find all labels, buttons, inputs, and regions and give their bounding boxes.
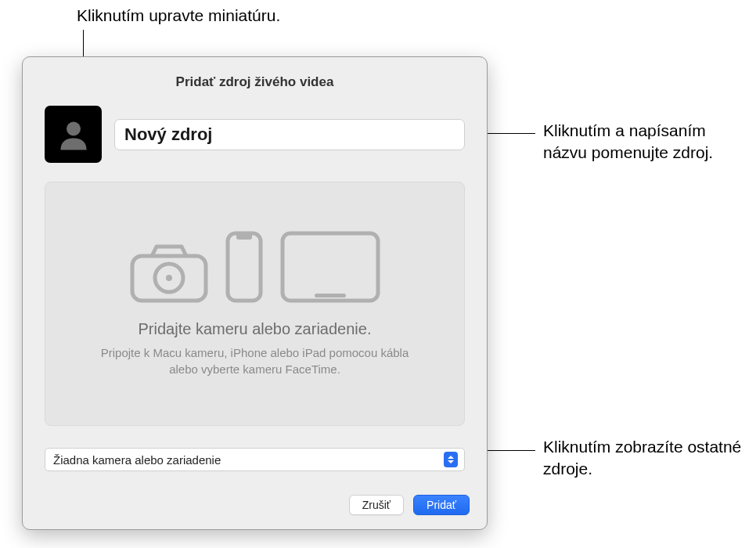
preview-area: Pridajte kameru alebo zariadenie. Pripoj… — [45, 182, 465, 426]
camera-source-select[interactable]: Žiadna kamera alebo zariadenie — [45, 448, 465, 471]
select-value: Žiadna kamera alebo zariadenie — [53, 453, 221, 467]
add-live-video-source-dialog: Pridať zdroj živého videa — [22, 56, 488, 530]
preview-subtext: Pripojte k Macu kameru, iPhone alebo iPa… — [87, 344, 423, 377]
dialog-title: Pridať zdroj živého videa — [23, 57, 487, 106]
device-icons — [130, 231, 380, 303]
svg-rect-7 — [315, 294, 346, 297]
camera-icon — [130, 242, 208, 303]
svg-rect-5 — [236, 233, 252, 240]
callout-name: Kliknutím a napísaním názvu pomenujte zd… — [543, 120, 739, 164]
thumbnail-button[interactable] — [45, 106, 102, 163]
person-silhouette-icon — [55, 116, 92, 153]
source-name-input[interactable] — [114, 119, 465, 150]
svg-point-3 — [166, 275, 172, 281]
add-button[interactable]: Pridať — [413, 495, 470, 515]
callout-thumbnail: Kliknutím upravte miniatúru. — [77, 5, 280, 27]
cancel-button[interactable]: Zrušiť — [349, 495, 404, 515]
callout-sources: Kliknutím zobrazíte ostatné zdroje. — [543, 436, 743, 481]
phone-icon — [225, 231, 263, 303]
preview-heading: Pridajte kameru alebo zariadenie. — [139, 320, 372, 338]
svg-rect-6 — [283, 233, 378, 301]
header-row — [23, 106, 487, 163]
chevron-up-down-icon — [444, 452, 458, 467]
svg-point-0 — [67, 121, 81, 135]
tablet-icon — [280, 231, 380, 303]
svg-rect-4 — [228, 233, 261, 301]
dialog-buttons: Zrušiť Pridať — [349, 495, 470, 515]
